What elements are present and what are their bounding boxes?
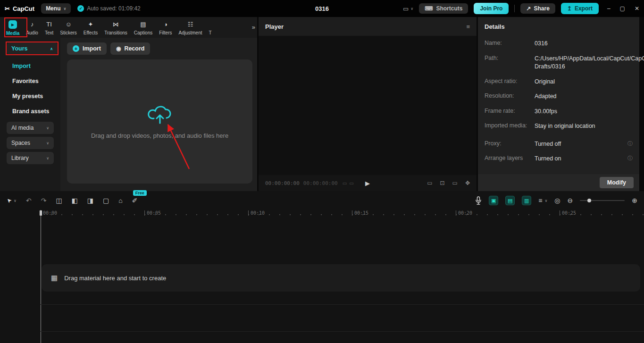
info-icon[interactable]: ⓘ: [627, 155, 633, 162]
tab-text[interactable]: TI Text: [42, 19, 57, 36]
chevron-down-icon: ∨: [544, 199, 547, 203]
track-layout-icon: ≡: [538, 197, 542, 204]
library-dropdown[interactable]: Library ∨: [7, 152, 54, 164]
split-button[interactable]: ◫: [56, 197, 62, 204]
fit-icon[interactable]: ⊡: [440, 180, 445, 186]
display-switch-button[interactable]: ▭ ∨: [403, 5, 413, 12]
tab-stickers[interactable]: ☺ Stickers: [57, 19, 80, 36]
tab-media[interactable]: ▶ Media: [3, 19, 23, 37]
track-guide-line: [41, 304, 644, 305]
media-dropzone[interactable]: Drag and drop videos, photos, and audio …: [67, 59, 252, 184]
zoom-in-button[interactable]: ⊕: [632, 197, 637, 204]
maximize-button[interactable]: ▢: [620, 5, 625, 12]
media-panel: + Import ◉ Record Drag and drop videos, …: [60, 38, 257, 191]
ruler-label: 00:10: [248, 210, 265, 216]
divider: [514, 5, 515, 12]
zoom-out-button[interactable]: ⊖: [568, 197, 573, 204]
text-icon: TI: [46, 20, 52, 28]
chevron-down-icon: ∨: [14, 199, 17, 203]
sidebar-item-my-presets[interactable]: My presets: [12, 89, 60, 104]
chevron-down-icon: ∨: [63, 7, 66, 11]
track-drop-target[interactable]: ▦ Drag material here and start to create: [42, 264, 640, 292]
timeline-tools-left: ➤ ∨ ↶ ↷ ◫ ◧ ◨ ▢ ⌂ Free ✐: [7, 197, 138, 204]
sidebar-item-brand-assets[interactable]: Brand assets: [12, 104, 60, 119]
record-label: Record: [124, 45, 144, 52]
track-layout-dropdown[interactable]: ≡ ∨: [538, 197, 547, 204]
tab-captions[interactable]: ▤ Captions: [131, 19, 156, 36]
info-icon[interactable]: ⓘ: [627, 140, 633, 147]
modify-button[interactable]: Modify: [600, 177, 634, 188]
linkage-toggle[interactable]: ▥: [522, 196, 531, 205]
redo-button[interactable]: ↷: [41, 197, 47, 204]
export-button[interactable]: ↥ Export: [561, 3, 599, 14]
ruler-label: 00:05: [144, 210, 161, 216]
cursor-icon: ➤: [5, 196, 13, 204]
detail-value: Adapted: [535, 92, 633, 101]
tab-transitions[interactable]: ⋈ Transitions: [101, 19, 131, 36]
timeline-ruler[interactable]: 00:00 00:05 00:10 00:15 00:20 00:25: [0, 210, 644, 218]
menu-label: Menu: [46, 5, 60, 12]
share-button[interactable]: ↗ Share: [520, 3, 555, 14]
select-tool-button[interactable]: ➤ ∨: [7, 197, 17, 204]
tab-label: Filters: [159, 30, 172, 35]
player-viewport[interactable]: [259, 36, 477, 175]
voiceover-button[interactable]: [475, 196, 482, 205]
spaces-label: Spaces: [11, 140, 30, 146]
player-menu-icon[interactable]: ≡: [466, 23, 470, 30]
playhead[interactable]: [41, 210, 41, 343]
detail-row-name: Name: 0316: [478, 40, 639, 48]
player-title: Player: [265, 23, 284, 30]
more-tabs-button[interactable]: »: [252, 24, 255, 31]
mask-button[interactable]: ⌂: [118, 197, 122, 204]
sidebar-item-import[interactable]: Import: [12, 59, 60, 74]
crop-button[interactable]: ▢: [103, 197, 109, 204]
detail-label: Resolution:: [485, 92, 535, 99]
zoom-slider[interactable]: [580, 200, 625, 201]
mouse-mode-button[interactable]: ◎: [554, 197, 560, 204]
menu-button[interactable]: Menu ∨: [41, 3, 71, 14]
tab-filters[interactable]: ◑ Filters: [156, 19, 175, 36]
zoom-slider-handle[interactable]: [587, 199, 591, 202]
spaces-dropdown[interactable]: Spaces ∨: [7, 137, 54, 149]
yours-dropdown[interactable]: Yours ∧: [7, 42, 58, 55]
mini-player-icon[interactable]: ▭: [452, 180, 458, 186]
delete-left-button[interactable]: ◧: [72, 197, 78, 204]
details-title: Details: [478, 17, 639, 36]
tab-truncated[interactable]: T: [206, 19, 215, 36]
join-pro-button[interactable]: Join Pro: [474, 3, 509, 14]
detail-value: Stay in original location: [535, 122, 633, 131]
track-guide-line: [41, 331, 644, 332]
detail-value: Original: [535, 78, 633, 86]
captions-icon: ▤: [140, 20, 146, 28]
ai-media-label: AI media: [11, 125, 33, 131]
snapping-toggle[interactable]: ▤: [505, 196, 515, 205]
import-button[interactable]: + Import: [67, 42, 107, 55]
magnetic-toggle[interactable]: ▣: [489, 196, 498, 205]
mark-out-icon[interactable]: ▭: [349, 181, 353, 186]
plus-icon: +: [73, 45, 79, 52]
ruler-label: 00:15: [352, 210, 368, 216]
ai-media-dropdown[interactable]: AI media ∨: [7, 122, 54, 134]
shortcuts-button[interactable]: ⌨ Shortcuts: [419, 3, 468, 14]
tab-audio[interactable]: ♪ Audio: [23, 19, 42, 36]
tab-label: Adjustment: [178, 30, 202, 35]
mark-in-icon[interactable]: ▭: [343, 181, 347, 186]
fullscreen-icon[interactable]: ✥: [465, 180, 470, 186]
play-button[interactable]: ▶: [365, 180, 370, 187]
tab-label: Effects: [84, 30, 98, 35]
record-icon: ◉: [116, 45, 121, 52]
sidebar-item-favorites[interactable]: Favorites: [12, 74, 60, 89]
close-button[interactable]: ✕: [635, 5, 639, 12]
record-button[interactable]: ◉ Record: [110, 42, 151, 55]
detail-value: Turned on: [535, 155, 625, 163]
cloud-upload-icon: [147, 104, 173, 125]
tab-label: Stickers: [60, 30, 77, 35]
ratio-icon[interactable]: ▭: [427, 180, 432, 186]
minimize-button[interactable]: –: [607, 5, 611, 12]
undo-button[interactable]: ↶: [26, 197, 32, 204]
chevron-down-icon: ∨: [410, 7, 413, 11]
delete-right-button[interactable]: ◨: [87, 197, 93, 204]
smart-edit-button[interactable]: Free ✐: [132, 197, 138, 204]
tab-effects[interactable]: ✦ Effects: [80, 19, 101, 36]
tab-adjustment[interactable]: ☷ Adjustment: [175, 19, 205, 36]
